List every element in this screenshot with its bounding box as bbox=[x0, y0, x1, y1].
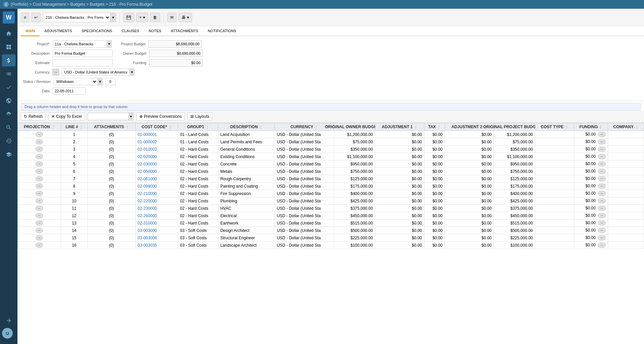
projection-sort-icon[interactable]: ⋮ bbox=[51, 125, 55, 129]
row-action-btn[interactable]: ··· bbox=[598, 228, 605, 233]
sidebar-item-dollar[interactable] bbox=[2, 54, 15, 66]
row-action-btn[interactable]: ··· bbox=[598, 132, 605, 137]
row-action-btn[interactable]: ··· bbox=[598, 213, 605, 218]
projection-btn[interactable]: ··· bbox=[36, 220, 43, 226]
budget-selector-dropdown[interactable]: ▾ bbox=[110, 13, 116, 22]
delete-button[interactable]: 🗑 bbox=[150, 13, 160, 22]
cost-code-link[interactable]: 02-220000 bbox=[138, 199, 157, 203]
cost-code-link[interactable]: 01-000001 bbox=[138, 132, 157, 137]
projection-btn[interactable]: ··· bbox=[36, 139, 43, 144]
funding-input[interactable] bbox=[149, 59, 203, 66]
tab-notes[interactable]: NOTES bbox=[144, 26, 166, 36]
projection-btn[interactable]: ··· bbox=[36, 147, 43, 152]
currency-ellipsis-btn[interactable]: ··· bbox=[52, 69, 59, 76]
row-action-btn[interactable]: ··· bbox=[598, 161, 605, 166]
project-budget-input[interactable] bbox=[148, 40, 202, 48]
row-action-btn[interactable]: ··· bbox=[598, 184, 605, 189]
row-action-btn[interactable]: ··· bbox=[598, 147, 605, 152]
projection-btn[interactable]: ··· bbox=[36, 235, 43, 240]
filter-input[interactable] bbox=[88, 114, 128, 119]
sidebar-item-forward[interactable] bbox=[2, 314, 15, 327]
owner-budget-input[interactable] bbox=[149, 50, 203, 57]
add-button[interactable]: + ▾ bbox=[136, 13, 148, 22]
revision-input[interactable] bbox=[105, 78, 116, 85]
tab-specifications[interactable]: SPECIFICATIONS bbox=[77, 26, 117, 36]
budget-selector[interactable]: 216 - Chelsea Barracks - Pro Forma B bbox=[43, 14, 110, 20]
sidebar-item-search[interactable] bbox=[2, 121, 15, 134]
sidebar-item-graduation[interactable] bbox=[2, 148, 15, 160]
status-dropdown-btn[interactable]: ▾ bbox=[97, 78, 102, 85]
cost-code-link[interactable]: 02-099000 bbox=[138, 184, 157, 189]
refresh-button[interactable]: ↻ Refresh bbox=[21, 112, 46, 120]
cost-code-link[interactable]: 02-310000 bbox=[138, 221, 157, 226]
projection-btn[interactable]: ··· bbox=[36, 213, 43, 218]
project-input[interactable] bbox=[53, 40, 106, 48]
undo-button[interactable]: ↩ bbox=[31, 13, 41, 22]
cost-code-link[interactable]: 02-210000 bbox=[138, 191, 157, 196]
cost-code-link[interactable]: 02-010002 bbox=[138, 147, 157, 152]
status-select[interactable]: Withdrawn bbox=[54, 79, 97, 85]
tab-main[interactable]: MAIN bbox=[21, 26, 40, 36]
projection-btn[interactable]: ··· bbox=[36, 161, 43, 166]
tab-notifications[interactable]: NOTIFICATIONS bbox=[203, 26, 241, 36]
group1-sort-icon[interactable]: ⋮ bbox=[205, 125, 209, 129]
cost-code-link[interactable]: 02-230000 bbox=[138, 206, 157, 211]
print-button[interactable]: 🖶 ▾ bbox=[179, 13, 192, 22]
filter-dropdown-btn[interactable]: ▾ bbox=[128, 113, 133, 120]
projection-btn[interactable]: ··· bbox=[36, 198, 43, 203]
row-action-btn[interactable]: ··· bbox=[598, 154, 605, 159]
row-action-btn[interactable]: ··· bbox=[598, 176, 605, 181]
sidebar-item-reports[interactable] bbox=[2, 68, 15, 80]
sidebar-item-box[interactable] bbox=[2, 108, 15, 120]
cost-code-link[interactable]: 02-061000 bbox=[138, 177, 157, 181]
cost-code-link[interactable]: 03-003035 bbox=[138, 243, 157, 248]
avatar[interactable]: U bbox=[2, 328, 13, 339]
date-input[interactable] bbox=[52, 87, 86, 95]
projection-btn[interactable]: ··· bbox=[36, 184, 43, 189]
projection-btn[interactable]: ··· bbox=[36, 228, 43, 233]
estimate-input[interactable] bbox=[52, 59, 113, 66]
currency-input[interactable] bbox=[62, 68, 129, 76]
sidebar-item-home[interactable] bbox=[2, 28, 15, 40]
projection-btn[interactable]: ··· bbox=[36, 176, 43, 181]
layouts-button[interactable]: ⊞ Layouts bbox=[187, 112, 212, 120]
row-action-btn[interactable]: ··· bbox=[598, 191, 605, 196]
cost-code-link[interactable]: 03-003000 bbox=[138, 228, 157, 233]
menu-button[interactable]: ≡ bbox=[21, 13, 29, 22]
company-sort-icon[interactable]: ⋮ bbox=[635, 125, 638, 129]
sidebar-item-history[interactable] bbox=[2, 135, 15, 147]
cost-code-link[interactable]: 03-003008 bbox=[138, 236, 157, 240]
sidebar-item-dashboard[interactable] bbox=[2, 41, 15, 53]
project-dropdown-btn[interactable]: ▾ bbox=[106, 41, 111, 47]
row-action-btn[interactable]: ··· bbox=[598, 220, 605, 226]
currency-sort-icon[interactable]: ⋮ bbox=[315, 125, 318, 129]
adj1-sort-icon[interactable]: ⋮ bbox=[414, 125, 417, 129]
cost-code-sort-icon[interactable]: ⋮ bbox=[169, 125, 172, 129]
cost-code-link[interactable]: 02-050000 bbox=[138, 169, 157, 174]
sidebar-item-globe[interactable] bbox=[2, 95, 15, 107]
line-sort-icon[interactable]: ⋮ bbox=[80, 125, 83, 129]
sidebar-logo[interactable]: W bbox=[3, 11, 15, 23]
description-input[interactable] bbox=[52, 50, 113, 57]
cost-code-link[interactable]: 02-020000 bbox=[138, 154, 157, 159]
currency-dropdown-btn[interactable]: ▾ bbox=[129, 69, 134, 76]
attachments-sort-icon[interactable]: ⋮ bbox=[126, 125, 129, 129]
preview-conversions-button[interactable]: ⊕ Preview Conversions bbox=[136, 112, 185, 120]
row-action-btn[interactable]: ··· bbox=[598, 243, 605, 248]
row-action-btn[interactable]: ··· bbox=[598, 169, 605, 174]
row-action-btn[interactable]: ··· bbox=[598, 206, 605, 211]
cost-type-sort-icon[interactable]: ⋮ bbox=[565, 125, 568, 129]
row-action-btn[interactable]: ··· bbox=[598, 139, 605, 144]
save-button[interactable]: 💾 bbox=[123, 13, 134, 22]
funding-sort-icon[interactable]: ⋮ bbox=[599, 125, 602, 129]
copy-excel-button[interactable]: ✕ Copy To Excel bbox=[48, 112, 85, 120]
sidebar-item-approvals[interactable] bbox=[2, 81, 15, 93]
cost-code-link[interactable]: 01-000002 bbox=[138, 140, 157, 144]
description-sort-icon[interactable]: ⋮ bbox=[259, 125, 263, 129]
tax-sort-icon[interactable]: ⋮ bbox=[437, 125, 441, 129]
projection-btn[interactable]: ··· bbox=[36, 154, 43, 159]
projection-btn[interactable]: ··· bbox=[36, 243, 43, 248]
tab-attachments[interactable]: ATTACHMENTS bbox=[166, 26, 203, 36]
projection-btn[interactable]: ··· bbox=[36, 191, 43, 196]
projection-btn[interactable]: ··· bbox=[36, 206, 43, 211]
